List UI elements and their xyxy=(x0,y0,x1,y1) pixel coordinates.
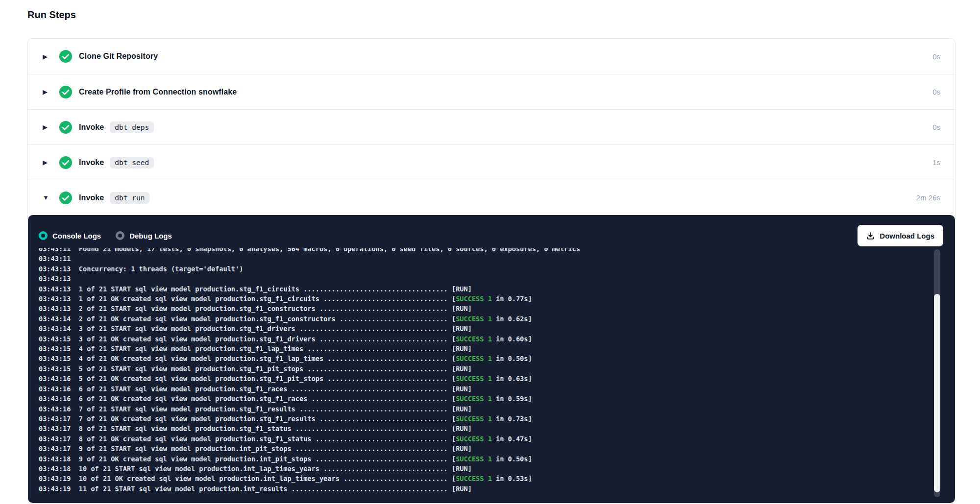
success-status-text: SUCCESS 1 xyxy=(456,415,492,423)
radio-unselected-icon xyxy=(116,231,124,240)
log-toolbar: Console LogsDebug Logs Download Logs xyxy=(39,225,943,246)
step-duration: 0s xyxy=(932,123,940,131)
log-line: 03:43:13 1 of 21 START sql view model pr… xyxy=(39,284,922,294)
log-line: 03:43:17 8 of 21 OK created sql view mod… xyxy=(39,434,922,444)
run-steps-accordion: ▶Clone Git Repository0s▶Create Profile f… xyxy=(27,38,956,504)
log-line: 03:43:14 2 of 21 OK created sql view mod… xyxy=(39,314,922,324)
status-success-icon xyxy=(59,192,72,204)
command-badge: dbt deps xyxy=(110,121,154,133)
log-line: 03:43:16 7 of 21 START sql view model pr… xyxy=(39,404,922,414)
log-lines: 03:43:11 Found 21 models, 17 tests, 0 sn… xyxy=(39,248,922,494)
run-step-3[interactable]: ▶Invokedbt deps0s xyxy=(28,109,955,144)
log-line: 03:43:13 xyxy=(39,274,922,284)
success-status-text: SUCCESS 1 xyxy=(456,355,492,362)
chevron-right-icon[interactable]: ▶ xyxy=(43,159,51,166)
log-line: 03:43:13 Concurrency: 1 threads (target=… xyxy=(39,264,922,274)
command-badge: dbt seed xyxy=(110,157,154,168)
steps-list: ▶Clone Git Repository0s▶Create Profile f… xyxy=(28,39,955,215)
success-status-text: SUCCESS 1 xyxy=(456,455,492,463)
log-line: 03:43:17 9 of 21 START sql view model pr… xyxy=(39,444,922,454)
log-scrollbar[interactable] xyxy=(934,249,940,497)
run-step-4[interactable]: ▶Invokedbt seed1s xyxy=(28,144,955,180)
run-page: Run Steps ▶Clone Git Repository0s▶Create… xyxy=(0,0,980,504)
log-line: 03:43:11 xyxy=(39,254,922,264)
run-step-1[interactable]: ▶Clone Git Repository0s xyxy=(28,39,955,74)
success-status-text: SUCCESS 1 xyxy=(456,435,492,443)
step-label: Invoke xyxy=(79,193,104,202)
debug-logs-radio[interactable]: Debug Logs xyxy=(116,231,172,240)
run-step-5[interactable]: ▼Invokedbt run2m 26s xyxy=(28,180,955,215)
log-line: 03:43:16 5 of 21 OK created sql view mod… xyxy=(39,374,922,384)
step-duration: 2m 26s xyxy=(916,193,940,202)
step-label: Invoke xyxy=(79,158,104,167)
console-logs-label: Console Logs xyxy=(52,232,101,240)
command-badge: dbt run xyxy=(110,192,149,204)
success-status-text: SUCCESS 1 xyxy=(456,335,492,343)
success-status-text: SUCCESS 1 xyxy=(456,315,492,323)
debug-logs-label: Debug Logs xyxy=(129,232,172,240)
step-label: Clone Git Repository xyxy=(79,52,158,61)
download-logs-button[interactable]: Download Logs xyxy=(858,225,943,246)
log-line: 03:43:14 3 of 21 START sql view model pr… xyxy=(39,324,922,334)
chevron-right-icon[interactable]: ▶ xyxy=(43,88,51,96)
step-duration: 0s xyxy=(932,52,940,61)
chevron-down-icon[interactable]: ▼ xyxy=(43,194,51,201)
step-duration: 0s xyxy=(932,88,940,96)
success-status-text: SUCCESS 1 xyxy=(456,395,492,403)
download-icon xyxy=(866,232,875,240)
console-log-terminal[interactable]: 03:43:11 Found 21 models, 17 tests, 0 sn… xyxy=(39,248,943,499)
radio-selected-icon xyxy=(39,231,48,240)
log-line: 03:43:17 8 of 21 START sql view model pr… xyxy=(39,424,922,433)
status-success-icon xyxy=(59,86,72,98)
chevron-right-icon[interactable]: ▶ xyxy=(43,53,51,60)
log-line: 03:43:15 4 of 21 START sql view model pr… xyxy=(39,344,922,354)
log-line: 03:43:15 4 of 21 OK created sql view mod… xyxy=(39,354,922,363)
log-line: 03:43:15 3 of 21 OK created sql view mod… xyxy=(39,334,922,344)
page-title: Run Steps xyxy=(27,8,980,22)
success-status-text: SUCCESS 1 xyxy=(456,295,492,303)
step-label: Create Profile from Connection snowflake xyxy=(79,88,237,96)
download-logs-label: Download Logs xyxy=(880,232,934,240)
run-step-2[interactable]: ▶Create Profile from Connection snowflak… xyxy=(28,74,955,109)
console-logs-radio[interactable]: Console Logs xyxy=(39,231,101,240)
step-duration: 1s xyxy=(932,158,940,167)
log-line: 03:43:15 5 of 21 START sql view model pr… xyxy=(39,364,922,374)
log-line: 03:43:16 6 of 21 OK created sql view mod… xyxy=(39,394,922,404)
log-line: 03:43:13 2 of 21 START sql view model pr… xyxy=(39,304,922,313)
log-panel: Console LogsDebug Logs Download Logs 03:… xyxy=(28,215,955,503)
log-scrollbar-thumb[interactable] xyxy=(934,294,940,492)
status-success-icon xyxy=(59,121,72,134)
log-line: 03:43:18 10 of 21 START sql view model p… xyxy=(39,464,922,474)
log-line: 03:43:11 Found 21 models, 17 tests, 0 sn… xyxy=(39,248,922,254)
log-line: 03:43:16 6 of 21 START sql view model pr… xyxy=(39,384,922,394)
log-line: 03:43:19 11 of 21 START sql view model p… xyxy=(39,484,922,494)
chevron-right-icon[interactable]: ▶ xyxy=(43,123,51,131)
status-success-icon xyxy=(59,50,72,63)
success-status-text: SUCCESS 1 xyxy=(456,475,492,482)
log-type-radio-group: Console LogsDebug Logs xyxy=(39,231,172,240)
log-line: 03:43:18 9 of 21 OK created sql view mod… xyxy=(39,454,922,464)
success-status-text: SUCCESS 1 xyxy=(456,375,492,383)
log-line: 03:43:19 10 of 21 OK created sql view mo… xyxy=(39,474,922,483)
step-label: Invoke xyxy=(79,123,104,132)
log-line: 03:43:13 1 of 21 OK created sql view mod… xyxy=(39,294,922,304)
status-success-icon xyxy=(59,156,72,169)
log-line: 03:43:17 7 of 21 OK created sql view mod… xyxy=(39,414,922,424)
